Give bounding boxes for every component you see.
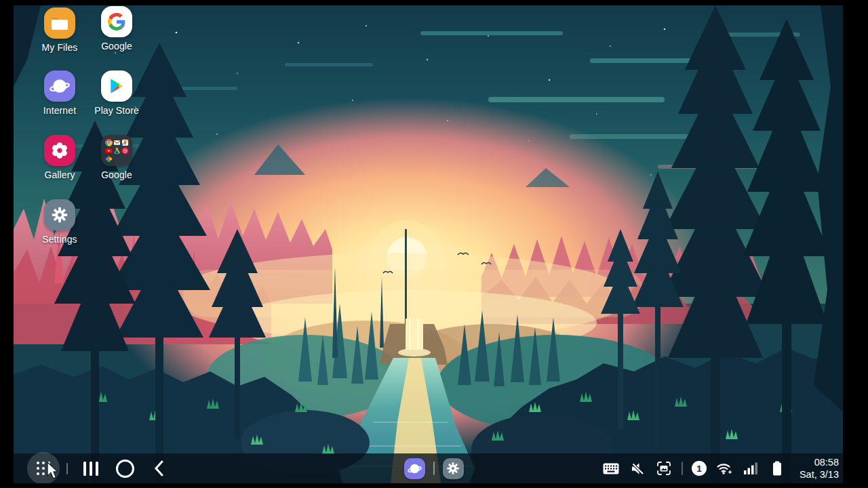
folder-glyph	[50, 15, 69, 31]
settings-icon	[44, 199, 75, 230]
desktop-icon-play-store[interactable]: Play Store	[87, 70, 146, 116]
icon-label: Settings	[31, 234, 89, 245]
volume-muted-icon	[630, 461, 646, 476]
dex-desktop: My Files Google Internet	[14, 5, 843, 483]
desktop-folder-google[interactable]: Google	[87, 135, 146, 180]
youtube-music-mini-icon	[121, 147, 129, 155]
taskbar-separator	[433, 462, 435, 475]
taskbar-nav-group	[28, 453, 174, 483]
play-triangle-glyph	[108, 77, 125, 95]
home-icon	[116, 460, 134, 478]
notification-count-badge[interactable]: 1	[692, 461, 707, 476]
tray-separator	[682, 462, 683, 475]
internet-icon	[406, 460, 423, 477]
gmail-mini-icon	[113, 139, 121, 146]
keyboard-button[interactable]	[602, 458, 620, 479]
icon-label: Google	[87, 169, 146, 180]
gear-glyph	[50, 205, 70, 225]
taskbar-settings-button[interactable]	[443, 458, 464, 479]
taskbar-tray-group: 1	[602, 453, 839, 483]
clock-time: 08:58	[797, 456, 839, 468]
chrome-mini-icon	[105, 139, 113, 146]
desktop-icon-settings[interactable]: Settings	[31, 199, 89, 245]
desktop-icon-google[interactable]: Google	[87, 6, 146, 52]
drive-mini-icon	[113, 147, 121, 155]
back-icon	[154, 460, 163, 476]
google-icon	[101, 6, 132, 37]
back-button[interactable]	[144, 453, 174, 483]
desktop-screen: { "desktop": { "icons": [ {"label": "My …	[0, 0, 868, 488]
icon-label: Google	[87, 41, 146, 52]
planet-glyph	[47, 74, 72, 98]
icon-label: Internet	[31, 105, 89, 116]
recents-button[interactable]	[76, 453, 106, 483]
play-store-icon	[101, 70, 132, 102]
photos-mini-icon	[105, 155, 113, 163]
maps-mini-icon	[121, 139, 129, 146]
desktop-icon-gallery[interactable]: Gallery	[31, 135, 89, 180]
recents-icon	[83, 462, 98, 476]
gallery-icon	[44, 135, 75, 166]
google-folder-icon	[101, 135, 132, 166]
google-g-glyph	[108, 13, 125, 30]
flower-glyph	[50, 140, 70, 161]
screenshot-icon	[656, 460, 672, 476]
keyboard-icon	[603, 463, 619, 474]
apps-grid-button[interactable]	[28, 453, 58, 483]
wifi-icon[interactable]	[715, 458, 733, 479]
volume-muted-button[interactable]	[629, 458, 646, 479]
internet-icon	[44, 70, 75, 102]
battery-glyph	[772, 461, 782, 476]
icon-label: Gallery	[31, 169, 89, 180]
taskbar: 1	[14, 453, 843, 483]
youtube-mini-icon	[105, 147, 113, 155]
icon-label: Play Store	[87, 105, 146, 116]
my-files-icon	[44, 7, 75, 39]
signal-bars-glyph	[744, 462, 758, 475]
icon-label: My Files	[31, 42, 89, 53]
battery-icon[interactable]	[768, 458, 786, 479]
screenshot-button[interactable]	[655, 458, 673, 479]
taskbar-internet-button[interactable]	[404, 458, 425, 479]
taskbar-pinned-group	[404, 453, 464, 483]
wifi-glyph	[716, 462, 733, 476]
home-button[interactable]	[110, 453, 140, 483]
clock-date: Sat, 3/13	[797, 468, 839, 481]
desktop-icon-internet[interactable]: Internet	[31, 70, 89, 116]
desktop-icon-my-files[interactable]: My Files	[31, 7, 89, 53]
taskbar-clock[interactable]: 08:58 Sat, 3/13	[797, 456, 839, 481]
taskbar-separator	[66, 463, 68, 474]
apps-grid-icon	[37, 462, 50, 475]
gear-icon	[446, 461, 460, 476]
signal-strength-icon[interactable]	[742, 458, 760, 479]
